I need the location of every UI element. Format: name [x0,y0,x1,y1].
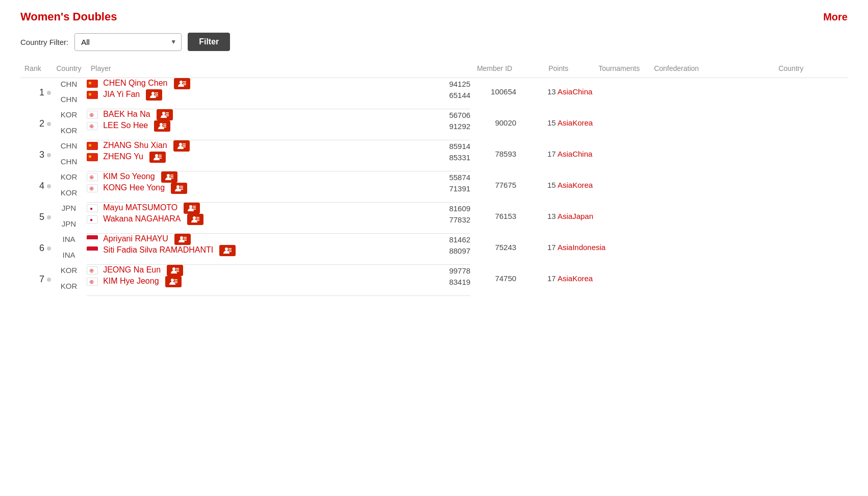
player-link[interactable]: JEONG Na Eun [103,265,161,274]
player-profile-icon[interactable] [154,120,170,132]
player-profile-icon[interactable] [187,214,203,225]
flag-icon [87,142,98,150]
tournaments-cell: 13 Asia [516,203,572,234]
tournaments-cell: 13 Asia [516,78,572,109]
table-header-row: Rank Country Player Member ID Points Tou… [20,61,848,78]
member-id-cell: 55874 [424,171,470,183]
country-name-link[interactable]: China [572,150,592,158]
confederation-link[interactable]: Asia [557,87,572,96]
table-row: KOR KONG Hee Yong 71391 [20,183,848,203]
country-name-cell: Korea [572,171,644,203]
table-row: 7 KOR JEONG Na Eun 99778 74750 17 Asia K… [20,265,848,277]
country-cell: KOR [51,109,87,121]
page-container: Women's Doubles More Country Filter: All… [0,0,868,306]
confederation-link[interactable]: Asia [557,212,572,220]
member-id-cell: 71391 [424,183,470,203]
player-profile-icon[interactable] [167,265,183,276]
country-name-link[interactable]: China [572,87,592,96]
player-profile-icon[interactable] [171,183,187,194]
svg-point-12 [160,123,163,126]
rank-cell: 1 [20,78,51,109]
player-cell: JEONG Na Eun [87,265,424,277]
svg-point-48 [172,267,175,270]
player-profile-icon[interactable] [184,203,200,214]
player-cell: JIA Yi Fan [87,89,424,109]
player-link[interactable]: ZHENG Yu [103,152,143,161]
player-link[interactable]: KIM So Yeong [103,172,155,181]
rank-dot [47,215,51,219]
confederation-link[interactable]: Asia [557,243,572,252]
player-link[interactable]: Wakana NAGAHARA [103,214,181,223]
country-name-link[interactable]: Indonesia [572,243,605,252]
table-row: CHN JIA Yi Fan 65144 [20,89,848,109]
player-profile-icon[interactable] [219,245,236,256]
confederation-link[interactable]: Asia [557,118,572,127]
player-profile-icon[interactable] [161,171,177,183]
more-link[interactable]: More [823,11,848,23]
col-confederation: Confederation [644,61,774,78]
player-cell: KIM Hye Jeong [87,276,424,296]
country-filter-select[interactable]: All [74,33,182,51]
svg-point-24 [167,174,170,177]
table-row: JPN Wakana NAGAHARA 77832 [20,214,848,234]
player-cell: BAEK Ha Na [87,109,424,121]
rank-dot [47,184,51,188]
country-cell: KOR [51,171,87,183]
flag-icon [87,184,98,192]
player-link[interactable]: Siti Fadia Silva RAMADHANTI [103,245,213,254]
flag-icon [87,204,98,212]
filter-button[interactable]: Filter [188,33,230,51]
player-link[interactable]: LEE So Hee [103,121,148,130]
player-profile-icon[interactable] [173,140,190,152]
confederation-link[interactable]: Asia [557,150,572,158]
member-id-cell: 83419 [424,276,470,296]
country-cell: INA [51,234,87,245]
player-cell: ZHANG Shu Xian [87,140,424,152]
player-link[interactable]: KONG Hee Yong [103,183,165,192]
player-profile-icon[interactable] [146,89,162,101]
player-profile-icon[interactable] [174,78,190,89]
rank-cell: 3 [20,140,51,171]
filter-row: Country Filter: All Filter [20,33,848,51]
member-id-cell: 99778 [424,265,470,277]
confederation-link[interactable]: Asia [557,181,572,189]
member-id-cell: 85331 [424,152,470,171]
svg-point-28 [176,185,180,188]
country-name-link[interactable]: Korea [572,274,593,283]
country-cell: KOR [51,183,87,203]
flag-icon [87,122,98,130]
points-cell: 75243 [470,234,516,265]
player-link[interactable]: JIA Yi Fan [103,90,140,98]
col-member-id: Member ID [470,61,516,78]
tournaments-cell: 17 Asia [516,234,572,265]
player-link[interactable]: ZHANG Shu Xian [103,141,167,150]
player-profile-icon[interactable] [157,109,173,120]
player-profile-icon[interactable] [174,234,191,245]
svg-point-52 [171,279,174,282]
country-cell: JPN [51,203,87,214]
country-cell: CHN [51,152,87,171]
col-player: Player [87,61,470,78]
player-link[interactable]: CHEN Qing Chen [103,79,167,87]
country-name-link[interactable]: Korea [572,181,593,189]
player-link[interactable]: Mayu MATSUMOTO [103,203,177,212]
player-profile-icon[interactable] [165,276,182,287]
filter-label: Country Filter: [20,38,68,46]
player-link[interactable]: KIM Hye Jeong [103,277,159,285]
col-country-name: Country [774,61,848,78]
player-link[interactable]: Apriyani RAHAYU [103,234,168,243]
member-id-cell: 85914 [424,140,470,152]
country-cell: CHN [51,140,87,152]
country-name-link[interactable]: Korea [572,118,593,127]
flag-icon [87,173,98,181]
flag-icon [87,91,98,99]
confederation-link[interactable]: Asia [557,274,572,283]
table-row: CHN ZHENG Yu 85331 [20,152,848,171]
flag-icon [87,215,98,224]
player-link[interactable]: BAEK Ha Na [103,110,150,118]
rank-dot [47,91,51,95]
country-name-link[interactable]: Japan [572,212,593,220]
rank-cell: 2 [20,109,51,140]
player-profile-icon[interactable] [149,152,166,163]
svg-point-36 [193,216,196,219]
